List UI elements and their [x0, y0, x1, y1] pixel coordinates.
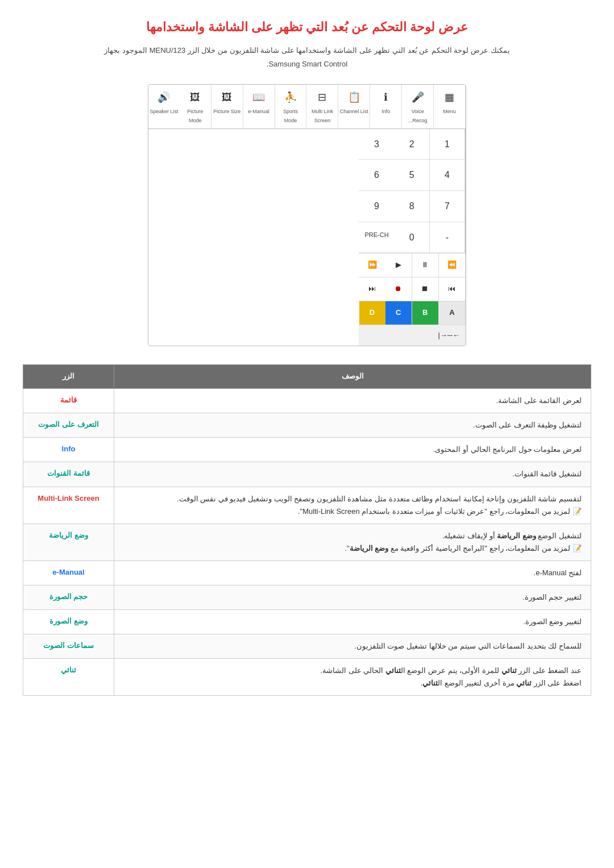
table-btn-2: Info [23, 438, 114, 462]
ctrl-btn-0-1[interactable]: ⏸ [412, 254, 439, 277]
ctrl-btn-1-2[interactable]: ⏺ [385, 277, 412, 301]
table-row-1: لتشغيل وظيفة التعرف على الصوت.التعرف على… [23, 413, 591, 438]
table-desc-4: لتقسيم شاشة التلفزيون وإتاحة إمكانية است… [114, 487, 591, 524]
page-title: عرض لوحة التحكم عن بُعد التي تظهر على ال… [23, 17, 591, 37]
ctrl-btn-0-3[interactable]: ⏩ [359, 254, 385, 277]
table-btn-0: قائمة [23, 389, 114, 413]
table-btn-9: سماعات الصوت [23, 634, 114, 659]
icon-cell-3: 📋Channel List [338, 85, 370, 128]
numpad-key-8[interactable]: 8 [395, 191, 430, 222]
icon-cell-5: ⛹Sports Mode [275, 85, 307, 128]
table-row-2: لعرض معلومات حول البرنامج الحالي أو المح… [23, 438, 591, 462]
numpad-key-3[interactable]: 3 [359, 129, 394, 160]
color-btn-b[interactable]: B [412, 301, 439, 325]
table-row-7: لتغيير حجم الصورة.حجم الصورة [23, 585, 591, 609]
ctrl-btn-1-3[interactable]: ⏭ [359, 277, 385, 301]
col-header-desc: الوصف [114, 365, 591, 389]
icon-cell-8: 🖼Picture Mode [180, 85, 211, 128]
numpad-key-1[interactable]: 1 [430, 129, 465, 160]
table-desc-6: لفتح e-Manual. [114, 560, 591, 585]
ctrl-row-1: ⏮⏹⏺⏭ [359, 277, 466, 301]
numpad-key-0[interactable]: 0 [395, 222, 430, 254]
col-header-btn: الزر [23, 365, 114, 389]
table-btn-7: حجم الصورة [23, 585, 114, 609]
color-btn-a[interactable]: A [439, 301, 466, 325]
table-row-6: لفتح e-Manual.e-Manual [23, 560, 591, 585]
table-row-10: عند الضغط على الزر ثنائي للمرة الأولى، ي… [23, 659, 591, 696]
numpad-area: 123456789-0PRE-CH ⏪⏸▶⏩⏮⏹⏺⏭ ABCD ←─→| [148, 129, 466, 346]
table-desc-9: للسماح لك بتحديد السماعات التي سيتم من خ… [114, 634, 591, 659]
table-row-8: لتغيير وضع الصورة.وضع الصورة [23, 610, 591, 634]
ctrl-row-0: ⏪⏸▶⏩ [359, 253, 466, 277]
ctrl-btn-1-1[interactable]: ⏹ [412, 277, 439, 301]
table-btn-4: Multi-Link Screen [23, 487, 114, 524]
numpad-grid: 123456789-0PRE-CH [359, 129, 466, 253]
table-desc-3: لتشغيل قائمة القنوات. [114, 462, 591, 487]
table-row-0: لعرض القائمة على الشاشة.قائمة [23, 389, 591, 413]
table-desc-10: عند الضغط على الزر ثنائي للمرة الأولى، ي… [114, 659, 591, 696]
icon-cell-4: ⊟Multi Link Screen [306, 85, 338, 128]
numpad-key-5[interactable]: 5 [395, 160, 430, 191]
numpad-key-4[interactable]: 4 [430, 160, 465, 191]
table-btn-1: التعرف على الصوت [23, 413, 114, 438]
color-btn-c[interactable]: C [385, 301, 412, 325]
numpad-key-6[interactable]: 6 [359, 160, 394, 191]
icon-cell-9: 🔊Speaker List [148, 85, 180, 128]
color-btn-d[interactable]: D [359, 301, 385, 325]
table-btn-3: قائمة القنوات [23, 462, 114, 487]
numpad-key-_[interactable]: - [430, 222, 465, 254]
ctrl-btn-0-2[interactable]: ▶ [385, 254, 412, 277]
table-row-4: لتقسيم شاشة التلفزيون وإتاحة إمكانية است… [23, 487, 591, 524]
icon-cell-6: 📖e-Manual [243, 85, 275, 128]
table-desc-0: لعرض القائمة على الشاشة. [114, 389, 591, 413]
table-desc-5: لتشغيل الوضع وضع الرياضة أو لإيقاف تشغيل… [114, 524, 591, 560]
icon-cell-1: 🎤Voice Recog... [402, 85, 434, 128]
table-row-9: للسماح لك بتحديد السماعات التي سيتم من خ… [23, 634, 591, 659]
ctrl-btn-1-0[interactable]: ⏮ [439, 277, 466, 301]
icon-cell-0: ▦Menu [434, 85, 466, 128]
color-row: ABCD [359, 301, 466, 325]
page-subtitle: يمكنك عرض لوحة التحكم عن بُعد التي تظهر … [23, 44, 591, 70]
icon-bar: ▦Menu🎤Voice Recog...ℹInfo📋Channel List⊟M… [148, 85, 466, 129]
table-btn-10: ثنائي [23, 659, 114, 696]
ctrl-btn-0-0[interactable]: ⏪ [439, 254, 466, 277]
numpad-key-PRE_CH[interactable]: PRE-CH [359, 222, 394, 254]
table-desc-2: لعرض معلومات حول البرنامج الحالي أو المح… [114, 438, 591, 462]
table-desc-1: لتشغيل وظيفة التعرف على الصوت. [114, 413, 591, 438]
numpad-key-2[interactable]: 2 [395, 129, 430, 160]
table-desc-7: لتغيير حجم الصورة. [114, 585, 591, 609]
icon-cell-2: ℹInfo [370, 85, 402, 128]
table-btn-6: e-Manual [23, 560, 114, 585]
remote-panel: ▦Menu🎤Voice Recog...ℹInfo📋Channel List⊟M… [148, 84, 466, 346]
icon-cell-7: 🖼Picture Size [211, 85, 243, 128]
table-btn-5: وضع الرياضة [23, 524, 114, 560]
table-btn-8: وضع الصورة [23, 610, 114, 634]
numpad-key-9[interactable]: 9 [359, 191, 394, 222]
ctrl-rows: ⏪⏸▶⏩⏮⏹⏺⏭ [359, 253, 466, 301]
remote-right-area [148, 129, 359, 346]
numpad-key-7[interactable]: 7 [430, 191, 465, 222]
remote-container: ▦Menu🎤Voice Recog...ℹInfo📋Channel List⊟M… [23, 84, 591, 346]
info-table: الوصف الزر لعرض القائمة على الشاشة.قائمة… [23, 364, 591, 696]
arrow-row: ←─→| [359, 325, 466, 346]
table-row-3: لتشغيل قائمة القنوات.قائمة القنوات [23, 462, 591, 487]
table-row-5: لتشغيل الوضع وضع الرياضة أو لإيقاف تشغيل… [23, 524, 591, 560]
table-desc-8: لتغيير وضع الصورة. [114, 610, 591, 634]
